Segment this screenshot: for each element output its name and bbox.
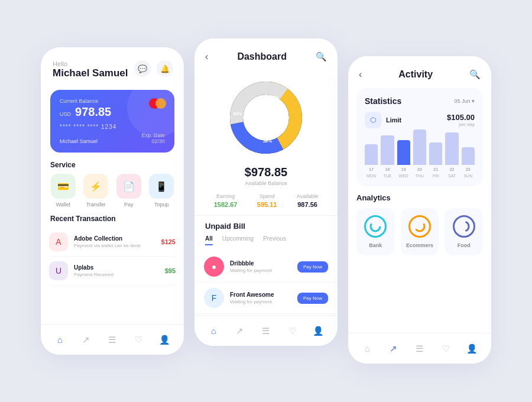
limit-row: ⬡ Limit $105.00 per day (365, 112, 475, 128)
earning-label: Earning (214, 193, 238, 199)
nav-chart-2[interactable]: ↗ (232, 323, 248, 339)
bell-icon[interactable]: 🔔 (157, 60, 173, 77)
svg-point-5 (415, 222, 424, 231)
nav-heart-1[interactable]: ♡ (130, 332, 147, 348)
service-pay[interactable]: 📄 Pay (116, 174, 141, 208)
stats-date[interactable]: 05 Jun ▾ (454, 98, 475, 104)
donut-pct3: 38% (262, 138, 272, 144)
pay-dribbble-button[interactable]: Pay Now (297, 261, 328, 273)
phone-3: ‹ Activity 🔍 Statistics 05 Jun ▾ ⬡ Limit… (348, 56, 491, 364)
nav-chart-1[interactable]: ↗ (78, 332, 95, 348)
bar-day-23: SUN (463, 174, 472, 178)
nav-wallet-1[interactable]: ☰ (104, 332, 121, 348)
nav-home-1[interactable]: ⌂ (51, 332, 68, 348)
table-row: U Uplabs Payment Received $95 (49, 257, 176, 286)
back-button-3[interactable]: ‹ (359, 69, 362, 80)
bill-front-sub: Waiting for payment (230, 299, 291, 304)
bar-23 (462, 147, 475, 165)
bar-day-20: THU (416, 174, 424, 178)
nav-profile-3[interactable]: 👤 (464, 341, 481, 357)
tx-uplabs-info: Uplabs Payment Received (74, 264, 159, 277)
search-icon-3[interactable]: 🔍 (469, 69, 481, 80)
p2-header: ‹ Dashboard 🔍 (194, 38, 338, 70)
back-button-2[interactable]: ‹ (205, 51, 208, 62)
bar-date-22: 22 (450, 167, 455, 171)
nav-wallet-2[interactable]: ☰ (258, 323, 274, 339)
statistics-card: Statistics 05 Jun ▾ ⬡ Limit $105.00 per … (356, 88, 483, 186)
bar-day-21: FRI (433, 174, 439, 178)
tx-adobe-name: Adobe Collection (74, 235, 155, 242)
nav-wallet-3[interactable]: ☰ (411, 341, 428, 357)
p3-header: ‹ Activity 🔍 (348, 56, 491, 88)
adobe-icon: A (49, 232, 68, 251)
donut-pct1: 42% (270, 95, 279, 100)
limit-per-day: per day (447, 122, 475, 127)
bar-col-18: 18 TUE (381, 135, 394, 178)
nav-profile-1[interactable]: 👤 (157, 332, 173, 348)
donut-svg (225, 76, 307, 159)
pay-front-button[interactable]: Pay Now (297, 293, 328, 304)
bar-21 (429, 142, 442, 165)
stat-available: Available 987.56 (297, 193, 318, 208)
bar-19 (397, 140, 410, 165)
limit-right: $105.00 per day (447, 113, 475, 127)
mastercard-logo (149, 98, 166, 109)
bar-17 (365, 144, 378, 165)
bottom-nav-2: ⌂ ↗ ☰ ♡ 👤 (194, 315, 338, 346)
bar-18 (381, 135, 394, 165)
card-currency: USD (60, 111, 71, 117)
services-row: 💳 Wallet ⚡ Transfer 📄 Pay 📱 Topup (41, 174, 184, 208)
nav-profile-2[interactable]: 👤 (310, 323, 327, 339)
bar-day-22: SAT (448, 174, 456, 178)
bill-dribbble-sub: Waiting for payment (230, 268, 291, 273)
bar-day-19: WED (399, 174, 408, 178)
bill-dribbble-info: Dribbble Waiting for payment (230, 260, 291, 273)
ecommers-label: Ecommers (406, 242, 433, 248)
service-wallet[interactable]: 💳 Wallet (51, 174, 76, 208)
card-balance-label: Current Balance (60, 98, 165, 104)
tab-all[interactable]: All (205, 235, 213, 245)
card-balance-amount: 978.85 (75, 105, 111, 119)
search-icon-2[interactable]: 🔍 (316, 51, 327, 62)
food-donut-svg (458, 220, 471, 233)
p1-header-icons: 💬 🔔 (134, 60, 173, 77)
nav-home-3[interactable]: ⌂ (359, 341, 375, 357)
analytics-bank[interactable]: Bank (356, 208, 395, 255)
service-topup[interactable]: 📱 Topup (149, 174, 174, 208)
transfer-icon: ⚡ (83, 174, 108, 199)
tab-previous[interactable]: Previous (263, 235, 286, 245)
card-holder-name: Michael Samuel (60, 138, 98, 144)
activity-title: Activity (398, 69, 433, 80)
card-expiry: Exp. Date 02/30 (141, 132, 165, 144)
analytics-food[interactable]: Food (445, 208, 483, 255)
chat-icon[interactable]: 💬 (134, 60, 151, 77)
analytics-section: Analytics Bank Ecomm (348, 193, 491, 255)
tab-upcoming[interactable]: Upcomming (222, 235, 254, 245)
bottom-nav-3: ⌂ ↗ ☰ ♡ 👤 (348, 333, 491, 364)
stats-card-header: Statistics 05 Jun ▾ (365, 96, 475, 106)
service-transfer[interactable]: ⚡ Transfer (83, 174, 108, 208)
analytics-ecommers[interactable]: Ecommers (401, 208, 439, 255)
tx-uplabs-sub: Payment Received (74, 272, 159, 277)
limit-left: ⬡ Limit (365, 112, 401, 128)
nav-chart-3[interactable]: ↗ (385, 341, 402, 357)
nav-home-2[interactable]: ⌂ (205, 323, 222, 339)
nav-heart-2[interactable]: ♡ (284, 323, 300, 339)
dashboard-title: Dashboard (237, 51, 287, 62)
analytics-row: Bank Ecommers Food (356, 208, 483, 255)
transactions-list: A Adobe Collection Payment via wallet ca… (41, 228, 184, 286)
list-item: ● Dribbble Waiting for payment Pay Now (194, 251, 338, 283)
donut-container: 42% 30% 38% (194, 76, 338, 159)
bottom-nav-1: ⌂ ↗ ☰ ♡ 👤 (41, 324, 184, 355)
bill-dribbble-name: Dribbble (230, 260, 291, 267)
spend-label: Spend (257, 193, 277, 199)
bar-date-17: 17 (369, 167, 374, 171)
nav-heart-3[interactable]: ♡ (437, 341, 454, 357)
statistics-title: Statistics (365, 96, 401, 106)
dribbble-icon: ● (204, 257, 224, 277)
tx-adobe-info: Adobe Collection Payment via wallet can … (74, 235, 155, 248)
bar-20 (413, 129, 426, 165)
spend-value: 595.11 (257, 201, 277, 208)
phones-container: Hello Michael Samuel 💬 🔔 Current Balance… (29, 27, 503, 375)
transfer-label: Transfer (86, 202, 106, 208)
